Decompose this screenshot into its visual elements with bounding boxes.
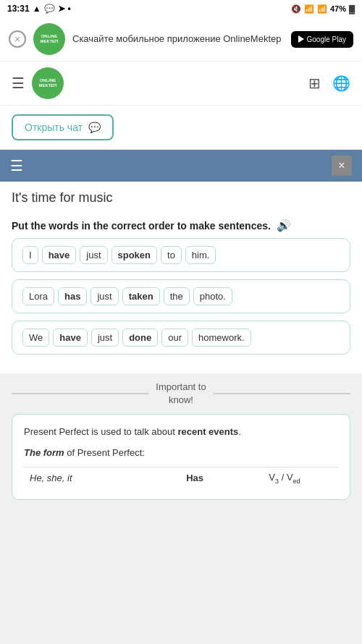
exercise-section: Put the words in the correct order to ma… (0, 211, 362, 373)
nav-bar: ☰ ONLINE МЕКТЕП ⊞ 🌐 (0, 62, 362, 106)
status-time: 13:31 (7, 4, 30, 14)
location-icon: ➤ (58, 4, 65, 14)
word-just-1: just (80, 246, 107, 264)
chat-area: Открыть чат 💬 (0, 106, 362, 150)
nav-logo-line1: ONLINE (40, 78, 56, 83)
info-text-form: The form of Present Perfect: (24, 446, 338, 461)
hamburger-white-icon[interactable]: ☰ (10, 157, 23, 174)
info-text-plain-2: . (238, 426, 241, 437)
sentence-box-3: We have just done our homework. (12, 321, 350, 355)
divider-label: Important toknow! (156, 381, 206, 407)
nav-logo: ONLINE МЕКТЕП (32, 67, 64, 99)
word-lora: Lora (22, 287, 54, 305)
open-chat-button[interactable]: Открыть чат 💬 (12, 114, 114, 140)
word-done: done (122, 329, 158, 347)
status-bar: 13:31 ▲ 💬 ➤ • 🔇 📶 📶 47% ▓ (0, 0, 362, 17)
instruction-text: Put the words in the correct order to ma… (12, 220, 271, 232)
exercise-instruction: Put the words in the correct order to ma… (12, 219, 350, 232)
status-left: 13:31 ▲ 💬 ➤ • (7, 4, 71, 14)
battery-icon: ▓ (349, 4, 355, 13)
banner-logo: ONLINE МЕКТЕП (33, 23, 65, 55)
dot-icon: • (68, 4, 71, 14)
close-icon: × (14, 33, 20, 45)
message-icon: 💬 (44, 4, 55, 14)
grammar-table: He, she, it Has V3 / Ved (24, 467, 338, 489)
grammar-aux: Has (159, 467, 231, 488)
chat-label: Открыть чат (25, 122, 83, 133)
chat-icon: 💬 (88, 122, 101, 133)
sentence-box-1: I have just spoken to him. (12, 238, 350, 272)
word-have: have (42, 246, 77, 264)
info-text-1: Present Perfect is used to talk about re… (24, 425, 338, 440)
close-icon: × (338, 159, 345, 172)
globe-icon[interactable]: 🌐 (332, 75, 350, 92)
word-homework: homework. (192, 329, 251, 347)
grammar-participle: V3 / Ved (231, 467, 338, 488)
play-icon (298, 35, 304, 43)
nav-right: ⊞ 🌐 (308, 75, 350, 92)
alert-icon: ▲ (33, 4, 41, 14)
word-the: the (164, 287, 190, 305)
banner-text: Скачайте мобильное приложение OnlineMekt… (72, 33, 284, 46)
exercise-header-bar: ☰ × (0, 150, 362, 182)
grammar-row-1: He, she, it Has V3 / Ved (24, 467, 338, 488)
banner-logo-line1: ONLINE (41, 34, 58, 39)
grid-icon[interactable]: ⊞ (308, 75, 321, 92)
google-play-label: Google Play (307, 35, 346, 43)
banner-close-button[interactable]: × (9, 30, 26, 48)
speaker-icon[interactable]: 🔊 (277, 219, 291, 232)
divider-left (12, 393, 148, 394)
word-has: has (58, 287, 87, 305)
signal-icon: 📶 (317, 4, 327, 14)
info-form-text: of Present Perfect: (64, 447, 145, 458)
hamburger-icon[interactable]: ☰ (12, 75, 25, 92)
divider-right (214, 393, 350, 394)
page-title-area: It's time for music (0, 182, 362, 211)
word-our: our (161, 329, 188, 347)
word-I: I (22, 246, 38, 264)
google-play-button[interactable]: Google Play (291, 31, 353, 48)
status-right: 🔇 📶 📶 47% ▓ (291, 4, 355, 14)
word-to: to (161, 246, 182, 264)
word-have-2: have (53, 329, 88, 347)
nav-left: ☰ ONLINE МЕКТЕП (12, 67, 64, 99)
word-just-2: just (90, 287, 118, 305)
word-just-3: just (91, 329, 119, 347)
page-title: It's time for music (12, 190, 350, 206)
banner-logo-line2: МЕКТЕП (41, 39, 59, 44)
grammar-subject: He, she, it (24, 467, 159, 488)
info-text-bold-1: recent events (177, 426, 238, 437)
top-banner: × ONLINE МЕКТЕП Скачайте мобильное прило… (0, 17, 362, 62)
wifi-icon: 📶 (304, 4, 314, 14)
battery-percent: 47% (330, 4, 346, 13)
info-box: Present Perfect is used to talk about re… (12, 414, 350, 499)
mute-icon: 🔇 (291, 4, 301, 14)
word-we: We (22, 329, 49, 347)
word-spoken: spoken (111, 246, 158, 264)
nav-logo-line2: МЕКТЕП (39, 83, 57, 88)
info-form-label: The form (24, 447, 64, 458)
main-content: ☰ × It's time for music Put the words in… (0, 150, 362, 500)
close-exercise-button[interactable]: × (332, 156, 352, 176)
sentence-box-2: Lora has just taken the photo. (12, 279, 350, 313)
word-taken: taken (122, 287, 160, 305)
info-text-plain-1: Present Perfect is used to talk about (24, 426, 177, 437)
word-photo: photo. (193, 287, 232, 305)
word-him: him. (185, 246, 216, 264)
divider-row: Important toknow! (0, 373, 362, 414)
